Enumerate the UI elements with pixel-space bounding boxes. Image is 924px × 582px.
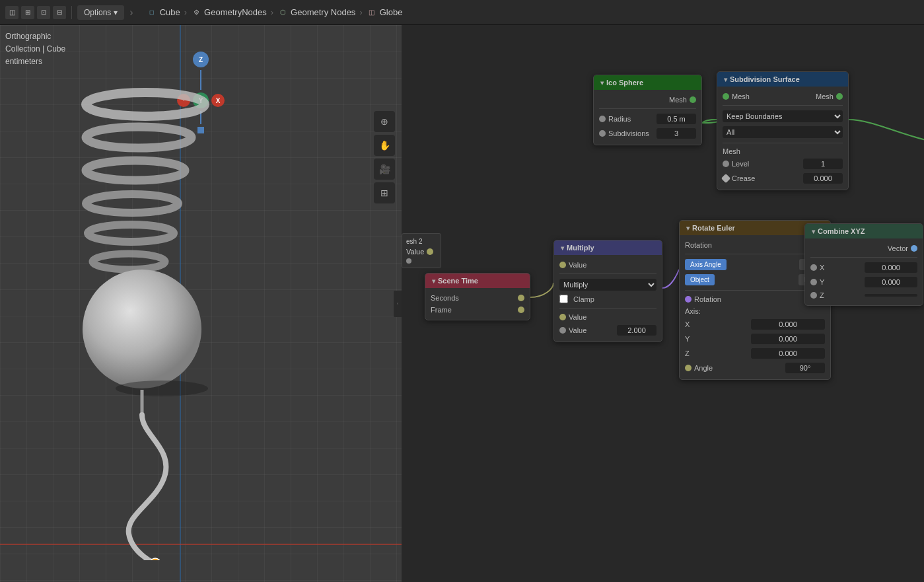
subdiv-mesh-io-row: Mesh Mesh <box>723 91 843 102</box>
combine-y-socket <box>810 279 817 285</box>
icon-2[interactable]: ⊞ <box>21 6 34 19</box>
multiply-input-row: Value <box>559 311 657 323</box>
ico-mesh-out-socket <box>690 96 696 103</box>
breadcrumb: □ Cube › ⚙ GeometryNodes › ⬡ Geometry No… <box>139 7 411 18</box>
breadcrumb-geometry-nodes-tree[interactable]: ⬡ Geometry Nodes <box>277 7 355 18</box>
scene-time-frame-row: Frame <box>431 304 524 316</box>
globe-label: Globe <box>380 7 403 17</box>
svg-point-0 <box>86 92 205 116</box>
geonode-modifier-label: GeometryNodes <box>204 7 267 17</box>
icon-1[interactable]: ◫ <box>5 6 18 19</box>
top-bar-icons: ◫ ⊞ ⊡ ⊟ Options ▾ › <box>0 5 139 20</box>
rotate-angle-label: Angle <box>694 364 783 372</box>
icon-4[interactable]: ⊟ <box>53 6 66 19</box>
rotate-y-row: Y 0.000 <box>685 332 825 346</box>
rotate-angle-value[interactable]: 90° <box>785 363 825 373</box>
ico-radius-value[interactable]: 0.5 m <box>657 114 696 124</box>
combine-vector-out-row: Vector <box>810 242 917 254</box>
top-bar: ◫ ⊞ ⊡ ⊟ Options ▾ › □ Cube › ⚙ GeometryN… <box>0 0 924 25</box>
rotate-y-value[interactable]: 0.000 <box>751 334 825 344</box>
breadcrumb-globe[interactable]: ◫ Globe <box>367 7 403 18</box>
combine-x-label: X <box>820 264 862 272</box>
combine-vector-out-socket <box>911 245 917 252</box>
subdiv-level-socket <box>723 161 729 167</box>
svg-point-5 <box>92 254 165 270</box>
globe-icon: ◫ <box>367 7 377 18</box>
subdivision-header[interactable]: ▾ Subdivision Surface <box>717 72 848 87</box>
collection-label: Collection | Cube <box>5 43 65 55</box>
subdiv-mesh-in-label: Mesh <box>732 92 781 100</box>
multiply-value-label: Value <box>569 326 614 334</box>
rotate-x-row: X 0.000 <box>685 317 825 332</box>
svg-point-3 <box>86 194 178 213</box>
ico-subdivisions-label: Subdivisions <box>608 129 654 137</box>
partial-node-left: esh 2 Value <box>402 233 441 268</box>
rotate-rotation-out-label: Rotation <box>685 241 816 249</box>
combine-z-value[interactable] <box>865 294 917 297</box>
ico-sphere-body: Mesh Radius 0.5 m Subdivisions 3 <box>594 90 701 145</box>
subdiv-level-row: Level 1 <box>723 157 843 171</box>
combine-vector-out-label: Vector <box>810 244 908 252</box>
combine-x-value[interactable]: 0.000 <box>865 262 917 273</box>
upper-spiral <box>86 92 205 296</box>
viewport[interactable]: Orthographic Collection | Cube entimeter… <box>0 25 402 582</box>
subdiv-level-value[interactable]: 1 <box>803 159 843 169</box>
pan-tool[interactable]: ✋ <box>374 135 395 156</box>
subdiv-mesh-out-label: Mesh <box>784 92 834 100</box>
ico-radius-socket <box>599 116 606 122</box>
breadcrumb-cube[interactable]: □ Cube <box>147 7 180 18</box>
rotate-x-value[interactable]: 0.000 <box>751 319 825 330</box>
ico-sphere-header[interactable]: ▾ Ico Sphere <box>594 75 701 90</box>
scene-time-seconds-row: Seconds <box>431 292 524 304</box>
subdiv-all-select[interactable]: All <box>723 126 843 138</box>
zoom-tool[interactable]: ⊕ <box>374 111 395 132</box>
rotate-x-label: X <box>685 320 748 328</box>
sep-1: › <box>184 7 187 17</box>
subdiv-crease-value[interactable]: 0.000 <box>803 173 843 184</box>
scene-time-body: Seconds Frame <box>425 288 530 320</box>
grid-tool[interactable]: ⊞ <box>374 182 395 203</box>
camera-tool[interactable]: 🎥 <box>374 159 395 180</box>
scene-time-title: Scene Time <box>438 277 478 285</box>
breadcrumb-geometry-nodes-modifier[interactable]: ⚙ GeometryNodes <box>191 7 267 18</box>
sep-3: › <box>359 7 362 17</box>
ico-subdivisions-value[interactable]: 3 <box>657 128 696 139</box>
svg-point-2 <box>86 161 185 180</box>
ico-mesh-out-label: Mesh <box>645 96 688 104</box>
object-button[interactable]: Object <box>685 274 715 285</box>
multiply-value-field[interactable]: 2.000 <box>617 325 657 336</box>
combine-z-row: Z <box>810 289 917 301</box>
rotate-z-value[interactable]: 0.000 <box>751 348 825 359</box>
node-editor[interactable]: ▾ Ico Sphere Mesh Radius 0.5 m Subdivisi… <box>402 25 924 582</box>
subdiv-level-label: Level <box>732 160 800 168</box>
gear-icon: ⚙ <box>191 7 201 18</box>
combine-xyz-header[interactable]: ▾ Combine XYZ <box>805 224 923 238</box>
multiply-value-socket <box>559 327 566 334</box>
subdiv-crease-label: Crease <box>732 174 800 182</box>
multiply-clamp-checkbox[interactable] <box>559 295 568 303</box>
ico-subdiv-socket <box>599 130 606 137</box>
axis-angle-button[interactable]: Axis Angle <box>685 259 727 270</box>
options-button[interactable]: Options ▾ <box>77 5 124 20</box>
multiply-clamp-label: Clamp <box>573 295 657 303</box>
rotate-axis-label: Axis: <box>685 307 825 315</box>
subdiv-keep-boundaries-row: Keep Boundaries <box>723 108 843 124</box>
scene-time-header[interactable]: ▾ Scene Time <box>425 273 530 288</box>
partial-value-row: Value <box>406 248 437 256</box>
rotate-angle-row: Angle 90° <box>685 361 825 375</box>
nodes-icon: ⬡ <box>277 7 288 18</box>
icon-3[interactable]: ⊡ <box>37 6 50 19</box>
combine-y-value[interactable]: 0.000 <box>865 277 917 287</box>
origin-dot <box>150 558 160 560</box>
subdiv-crease-socket <box>721 174 730 183</box>
multiply-body: Value Multiply Clamp Value Value 2.000 <box>554 255 662 342</box>
viewport-3d-scene <box>40 65 337 560</box>
viewport-tools: ⊕ ✋ 🎥 ⊞ <box>374 111 395 203</box>
subdiv-mesh-section-label: Mesh <box>723 146 843 157</box>
viewport-collapse-button[interactable]: ‹ <box>394 291 402 317</box>
multiply-operation-select[interactable]: Multiply <box>559 279 657 291</box>
multiply-header[interactable]: ▾ Multiply <box>554 240 662 255</box>
multiply-clamp-row: Clamp <box>559 293 657 305</box>
subdiv-keep-boundaries-select[interactable]: Keep Boundaries <box>723 110 843 122</box>
rotate-z-label: Z <box>685 349 748 357</box>
